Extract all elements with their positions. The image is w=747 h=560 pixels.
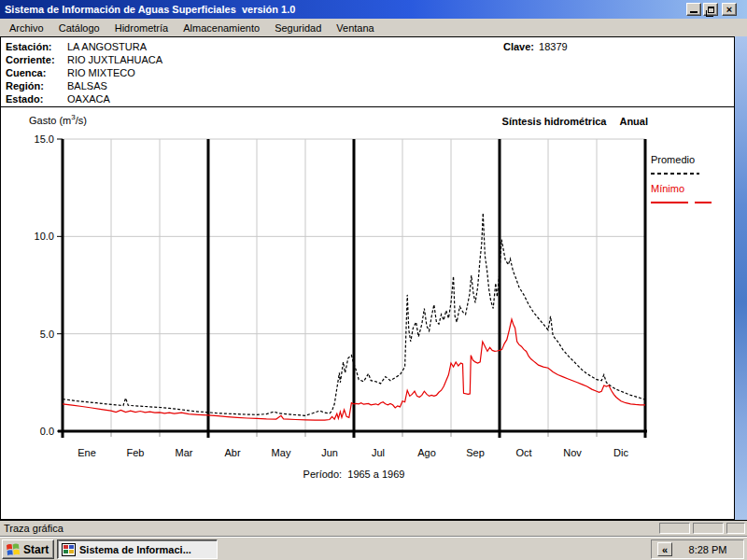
station-value: RIO JUXTLAHUACA (67, 54, 162, 65)
y-axis-title: Gasto (m3/s) (29, 113, 87, 126)
menu-archivo[interactable]: Archivo (2, 21, 51, 35)
clave-value: 18379 (539, 41, 568, 52)
station-label: Región: (6, 79, 67, 92)
station-row: Cuenca:RIO MIXTECO (6, 66, 734, 79)
station-row: Estación:LA ANGOSTURA (6, 40, 734, 53)
hydrometric-chart: 0.05.010.015.0EneFebMarAbrMayJunJulAgoSe… (1, 132, 735, 464)
chart-mode: Anual (619, 116, 648, 127)
period-label: Período: 1965 a 1969 (63, 469, 645, 480)
station-value: BALSAS (67, 80, 107, 91)
station-row: Estado:OAXACA (6, 92, 734, 105)
legend-minimo-line-sample (651, 201, 712, 204)
restore-button[interactable] (703, 3, 718, 16)
station-label: Corriente: (6, 53, 67, 66)
svg-text:Oct: Oct (515, 447, 531, 458)
svg-text:Ago: Ago (417, 447, 436, 458)
taskbar: Start Sistema de Informaci... « 8:28 PM (0, 536, 747, 560)
chevron-left-icon: « (662, 544, 668, 555)
svg-text:Sep: Sep (466, 447, 485, 458)
status-bar: Traza gráfica (0, 520, 747, 536)
windows-logo-icon (6, 542, 21, 557)
tray-chevron-button[interactable]: « (657, 542, 672, 556)
station-label: Cuenca: (6, 66, 67, 79)
close-button[interactable]: × (722, 3, 737, 16)
minimize-button[interactable] (686, 3, 701, 16)
menu-seguridad[interactable]: Seguridad (267, 21, 329, 35)
svg-text:May: May (272, 447, 291, 458)
station-row: Región:BALSAS (6, 79, 734, 92)
svg-text:Jul: Jul (372, 447, 385, 458)
svg-text:Nov: Nov (563, 447, 582, 458)
svg-text:Dic: Dic (613, 447, 628, 458)
desktop: { "window": { "title": "Sistema de Infor… (0, 0, 747, 560)
station-row: Corriente:RIO JUXTLAHUACA (6, 53, 734, 66)
chart-legend: Promedio Mínimo (651, 154, 733, 206)
legend-minimo-label: Mínimo (651, 183, 733, 195)
svg-text:15.0: 15.0 (35, 133, 54, 145)
clave-label: Clave: (503, 41, 534, 52)
svg-text:0.0: 0.0 (40, 426, 54, 437)
clave-field: Clave:18379 (503, 40, 568, 53)
taskbar-clock[interactable]: 8:28 PM (672, 544, 743, 555)
app-window-icon (62, 543, 76, 556)
chart-subtitle-text: Síntesis hidrométrica (502, 116, 607, 127)
status-panel (693, 523, 724, 534)
menu-hidrometria[interactable]: Hidrometría (107, 21, 176, 35)
svg-text:10.0: 10.0 (35, 231, 54, 242)
station-value: OAXACA (67, 93, 110, 105)
window-title-bar[interactable]: Sistema de Información de Aguas Superfic… (0, 0, 747, 19)
svg-text:5.0: 5.0 (40, 329, 54, 340)
legend-promedio-line-sample (651, 172, 699, 175)
status-text: Traza gráfica (4, 523, 63, 534)
document-area: Estación:LA ANGOSTURA Corriente:RIO JUXT… (0, 36, 735, 520)
system-tray: « 8:28 PM (651, 539, 744, 559)
svg-text:Feb: Feb (127, 447, 145, 458)
desktop-background-strip (735, 36, 747, 520)
svg-text:Ene: Ene (78, 447, 96, 458)
start-button[interactable]: Start (2, 539, 54, 559)
svg-text:Mar: Mar (176, 447, 193, 458)
station-value: RIO MIXTECO (67, 67, 135, 78)
menu-almacenamiento[interactable]: Almacenamiento (176, 21, 267, 35)
status-panel (659, 523, 690, 534)
chart-subtitle: Síntesis hidrométricaAnual (356, 116, 648, 127)
window-controls: × (684, 3, 737, 16)
svg-text:Abr: Abr (224, 447, 240, 458)
legend-promedio-label: Promedio (651, 154, 733, 166)
minimize-icon (690, 11, 698, 13)
menu-catalogo[interactable]: Catálogo (51, 21, 107, 35)
start-label: Start (23, 543, 49, 556)
menu-bar: Archivo Catálogo Hidrometría Almacenamie… (0, 19, 747, 36)
station-label: Estación: (6, 40, 67, 53)
restore-icon (708, 7, 714, 13)
task-button-label: Sistema de Informaci... (79, 544, 191, 555)
status-panel (726, 523, 745, 534)
close-icon: × (726, 6, 732, 14)
task-button-sias[interactable]: Sistema de Informaci... (57, 539, 218, 559)
window-title: Sistema de Información de Aguas Superfic… (5, 4, 295, 15)
station-info-panel: Estación:LA ANGOSTURA Corriente:RIO JUXT… (1, 37, 734, 107)
station-label: Estado: (6, 92, 67, 105)
station-value: LA ANGOSTURA (67, 41, 147, 52)
menu-ventana[interactable]: Ventana (329, 21, 381, 35)
svg-text:Jun: Jun (321, 447, 338, 458)
